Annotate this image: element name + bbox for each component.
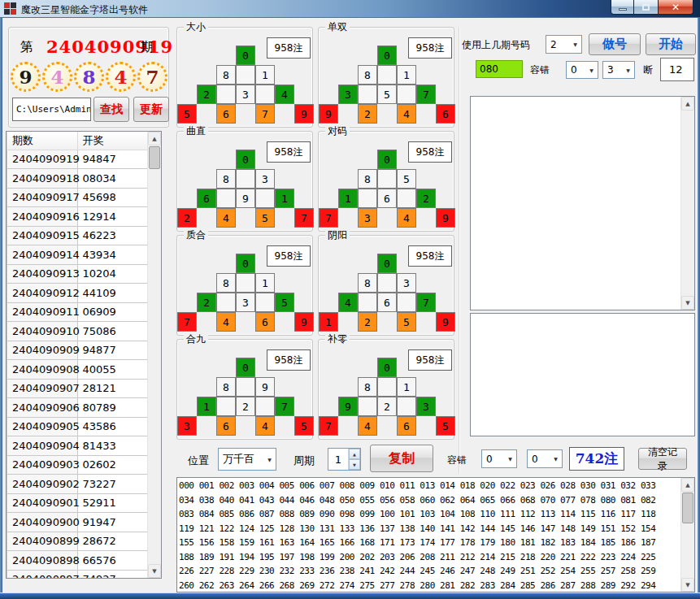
pyramid-cell[interactable]: 1 (397, 65, 416, 85)
table-row[interactable]: 240409091546223 (7, 226, 148, 245)
pyramid-cell[interactable]: 0 (377, 46, 397, 65)
pyramid-cell[interactable]: 1 (255, 273, 275, 293)
tolerance-b-select[interactable]: 3▼ (602, 61, 635, 79)
pyramid-cell[interactable]: 2 (416, 189, 436, 208)
note-count-button[interactable]: 958注 (267, 37, 311, 59)
pyramid-cell[interactable]: 3 (416, 397, 436, 416)
table-row[interactable]: 240409090728121 (7, 379, 148, 398)
path-input[interactable]: C:\Users\Admini (12, 98, 91, 121)
pyramid-cell[interactable]: 9 (319, 104, 338, 124)
pyramid-cell[interactable]: 9 (255, 377, 275, 397)
pyramid-cell[interactable]: 8 (358, 65, 377, 85)
table-row[interactable]: 240409090994877 (7, 341, 148, 360)
table-scroll-thumb[interactable] (149, 146, 160, 169)
col-header-period[interactable]: 期数 (7, 132, 78, 150)
pyramid-cell[interactable]: 7 (319, 416, 338, 436)
table-row[interactable]: 240409091310204 (7, 264, 148, 284)
pyramid-cell[interactable]: 5 (377, 85, 397, 104)
table-row[interactable]: 240409090302602 (7, 455, 148, 475)
code-highlight-field[interactable]: 080 (476, 60, 523, 78)
table-row[interactable]: 240409090152911 (7, 493, 148, 513)
table-row[interactable]: 240409090481433 (7, 436, 148, 456)
table-row[interactable]: 240409090543586 (7, 417, 148, 436)
pyramid-cell[interactable]: 8 (216, 169, 236, 189)
pyramid-cell[interactable]: 2 (197, 293, 216, 312)
pyramid-cell[interactable]: 5 (436, 416, 455, 436)
bottom-tolerance-a-select[interactable]: 0▼ (481, 449, 517, 468)
scroll-down-icon[interactable]: ▼ (681, 296, 694, 310)
spinner-down-icon[interactable]: ▼ (349, 459, 360, 470)
pyramid-cell[interactable]: 0 (236, 150, 255, 169)
pyramid-cell[interactable]: 9 (236, 189, 255, 208)
cycle-spinner[interactable]: 1 ▲ ▼ (328, 448, 361, 471)
scroll-up-icon[interactable]: ▲ (681, 97, 694, 111)
pyramid-cell[interactable]: 6 (377, 189, 397, 208)
pyramid-cell[interactable]: 7 (416, 293, 436, 312)
maximize-button[interactable] (634, 0, 658, 15)
pyramid-cell[interactable]: 8 (358, 377, 377, 397)
pyramid-cell[interactable]: 3 (177, 416, 197, 436)
pyramid-cell[interactable]: 2 (358, 312, 377, 332)
pyramid-cell[interactable]: 0 (236, 46, 255, 65)
table-row[interactable]: 240409090840055 (7, 360, 148, 380)
table-row[interactable]: 240409090091947 (7, 513, 148, 532)
scroll-down-icon[interactable]: ▼ (148, 564, 161, 578)
pyramid-cell[interactable]: 9 (436, 312, 455, 332)
pyramid-cell[interactable]: 9 (294, 312, 314, 332)
pyramid-cell[interactable]: 0 (236, 358, 255, 377)
table-row[interactable]: 240409091745698 (7, 188, 148, 207)
pyramid-cell[interactable]: 0 (377, 358, 397, 377)
pyramid-cell[interactable]: 7 (275, 397, 294, 416)
number-output-area[interactable]: 000 001 002 003 004 005 006 007 008 009 … (176, 477, 695, 592)
pyramid-cell[interactable]: 9 (338, 397, 358, 416)
minimize-button[interactable] (611, 0, 634, 15)
pyramid-cell[interactable]: 6 (397, 416, 416, 436)
pyramid-cell[interactable]: 2 (358, 104, 377, 124)
pyramid-cell[interactable]: 3 (236, 293, 255, 312)
note-count-button[interactable]: 958注 (267, 349, 311, 371)
pyramid-cell[interactable]: 7 (294, 208, 314, 228)
pyramid-cell[interactable]: 3 (236, 85, 255, 104)
pyramid-cell[interactable]: 8 (358, 169, 377, 189)
use-periods-select[interactable]: 2▼ (546, 35, 582, 54)
pyramid-cell[interactable]: 9 (294, 104, 314, 124)
pyramid-cell[interactable]: 2 (377, 397, 397, 416)
pyramid-cell[interactable]: 3 (255, 169, 275, 189)
pyramid-cell[interactable]: 3 (397, 273, 416, 293)
table-row[interactable]: 240409091443934 (7, 245, 148, 265)
note-count-button[interactable]: 958注 (408, 37, 452, 59)
numbers-scrollbar[interactable]: ▲ ▼ (680, 478, 694, 592)
note-count-button[interactable]: 958注 (408, 245, 452, 267)
spinner-up-icon[interactable]: ▲ (349, 449, 360, 459)
table-scrollbar[interactable]: ▲ ▼ (147, 132, 161, 578)
bottom-tolerance-b-select[interactable]: 0▼ (527, 449, 563, 468)
note-count-button[interactable]: 958注 (267, 141, 311, 163)
table-row[interactable]: 240409090273227 (7, 475, 148, 494)
pyramid-cell[interactable]: 4 (216, 312, 236, 332)
scroll-up-icon[interactable]: ▲ (148, 132, 161, 145)
clear-records-button[interactable]: 清空记录 (638, 448, 687, 470)
tolerance-a-select[interactable]: 0▼ (566, 61, 598, 79)
pyramid-cell[interactable]: 1 (197, 397, 216, 416)
pyramid-cell[interactable]: 4 (216, 208, 236, 228)
break-input[interactable]: 12 (660, 58, 694, 81)
close-button[interactable]: ✕ (658, 0, 693, 15)
pyramid-cell[interactable]: 3 (338, 85, 358, 104)
note-count-button[interactable]: 958注 (408, 349, 452, 371)
table-row[interactable]: 240409091075086 (7, 322, 148, 341)
update-button[interactable]: 更新 (133, 97, 169, 122)
result-box-scrollbar[interactable]: ▲ ▼ (680, 97, 694, 310)
pyramid-cell[interactable]: 8 (358, 273, 377, 293)
note-count-display[interactable]: 742注 (569, 447, 624, 471)
pyramid-cell[interactable]: 5 (177, 104, 197, 124)
table-row[interactable]: 240409089866576 (7, 551, 148, 571)
scroll-up-icon[interactable]: ▲ (681, 478, 694, 492)
pyramid-cell[interactable]: 8 (216, 273, 236, 293)
table-row[interactable]: 240409089928672 (7, 532, 148, 551)
pyramid-cell[interactable]: 6 (216, 416, 236, 436)
make-numbers-button[interactable]: 做号 (589, 33, 641, 55)
pyramid-cell[interactable]: 7 (255, 104, 275, 124)
pyramid-cell[interactable]: 2 (177, 208, 197, 228)
pyramid-cell[interactable]: 3 (358, 208, 377, 228)
table-row[interactable]: 240409089774927 (7, 570, 148, 579)
